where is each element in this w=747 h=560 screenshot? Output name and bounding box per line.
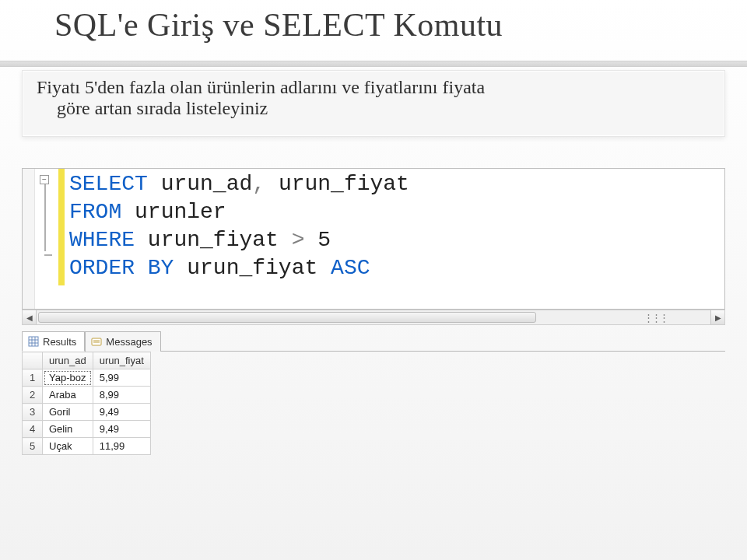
cell-urun-ad[interactable]: Araba — [43, 387, 93, 404]
row-header[interactable]: 4 — [23, 421, 43, 438]
sql-code[interactable]: SELECT urun_ad, urun_fiyat FROM urunler … — [69, 170, 409, 282]
cell-urun-ad[interactable]: Uçak — [43, 438, 93, 455]
cell-urun-fiyat[interactable]: 9,49 — [93, 404, 150, 421]
where-col: urun_fiyat — [148, 228, 279, 252]
kw-select: SELECT — [69, 172, 148, 196]
table-row[interactable]: 1 Yap-boz 5,99 — [23, 369, 151, 387]
tab-messages-label: Messages — [106, 336, 152, 348]
scroll-track[interactable]: ⋮⋮⋮ — [37, 310, 710, 324]
kw-from: FROM — [69, 200, 121, 224]
chevron-left-icon: ◀ — [26, 313, 33, 322]
code-fold-region[interactable]: − — [38, 169, 52, 309]
row-header[interactable]: 3 — [23, 404, 43, 421]
table-urunler: urunler — [135, 200, 226, 224]
cell-urun-ad[interactable]: Goril — [43, 404, 93, 421]
row-header[interactable]: 5 — [23, 438, 43, 455]
kw-asc: ASC — [331, 256, 370, 280]
svg-rect-0 — [29, 337, 38, 346]
tab-results-label: Results — [43, 336, 76, 348]
row-header[interactable]: 2 — [23, 387, 43, 404]
col-header-urun-fiyat[interactable]: urun_fiyat — [93, 352, 150, 369]
op-gt: > — [292, 228, 305, 252]
kw-order-by: ORDER BY — [69, 256, 174, 280]
scroll-left-button[interactable]: ◀ — [23, 310, 37, 324]
row-header[interactable]: 1 — [23, 369, 43, 387]
table-row[interactable]: 2 Araba 8,99 — [23, 387, 151, 404]
tab-results[interactable]: Results — [22, 331, 85, 352]
description-line-2: göre artan sırada listeleyiniz — [37, 98, 710, 119]
results-tabstrip: Results Messages — [22, 330, 725, 352]
description-band: Fiyatı 5'den fazla olan ürünlerin adları… — [22, 70, 725, 137]
order-col: urun_fiyat — [187, 256, 317, 280]
slide: SQL'e Giriş ve SELECT Komutu Fiyatı 5'de… — [0, 0, 747, 560]
cell-urun-fiyat[interactable]: 9,49 — [93, 421, 150, 438]
fold-line — [44, 184, 46, 251]
sql-editor[interactable]: − SELECT urun_ad, urun_fiyat FROM urunle… — [22, 168, 725, 310]
col-header-urun-ad[interactable]: urun_ad — [43, 352, 93, 369]
grid-header-row: urun_ad urun_fiyat — [23, 352, 151, 369]
literal-5: 5 — [317, 228, 331, 252]
cell-urun-ad[interactable]: Yap-boz — [43, 369, 93, 387]
change-marker — [58, 169, 65, 285]
cell-urun-fiyat[interactable]: 5,99 — [93, 369, 150, 387]
fold-end — [44, 254, 52, 256]
tab-messages[interactable]: Messages — [85, 331, 160, 352]
scroll-right-button[interactable]: ▶ — [710, 310, 724, 324]
table-row[interactable]: 3 Goril 9,49 — [23, 404, 151, 421]
chevron-right-icon: ▶ — [715, 313, 721, 322]
description-line-1: Fiyatı 5'den fazla olan ürünlerin adları… — [37, 77, 710, 98]
grid-corner — [23, 352, 43, 369]
scroll-grip-icon: ⋮⋮⋮ — [647, 312, 664, 323]
editor-gutter — [23, 169, 35, 309]
table-row[interactable]: 4 Gelin 9,49 — [23, 421, 151, 438]
results-grid[interactable]: urun_ad urun_fiyat 1 Yap-boz 5,99 2 Arab… — [22, 352, 151, 455]
scroll-thumb[interactable] — [38, 312, 536, 323]
editor-horizontal-scrollbar[interactable]: ◀ ⋮⋮⋮ ▶ — [22, 310, 725, 325]
grid-icon — [27, 335, 40, 348]
accent-bar — [0, 61, 747, 67]
cell-urun-fiyat[interactable]: 8,99 — [93, 387, 150, 404]
fold-toggle-icon[interactable]: − — [40, 175, 49, 184]
kw-where: WHERE — [69, 228, 135, 252]
col-urun-ad: urun_ad — [161, 172, 253, 196]
table-row[interactable]: 5 Uçak 11,99 — [23, 438, 151, 455]
cell-urun-ad[interactable]: Gelin — [43, 421, 93, 438]
comma: , — [252, 172, 265, 196]
col-urun-fiyat: urun_fiyat — [279, 172, 409, 196]
cell-urun-fiyat[interactable]: 11,99 — [93, 438, 150, 455]
page-title: SQL'e Giriş ve SELECT Komutu — [54, 6, 503, 44]
message-icon — [90, 336, 103, 348]
